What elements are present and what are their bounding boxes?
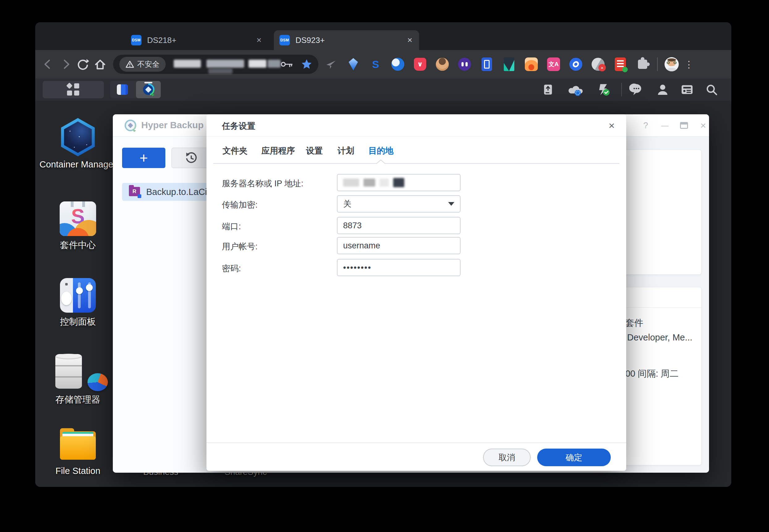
desktop-icon-file-station[interactable]: File Station xyxy=(39,426,116,476)
window-help-button[interactable]: ? xyxy=(639,119,653,132)
gem-extension-icon[interactable] xyxy=(346,57,360,71)
active-app-indicator xyxy=(144,82,152,83)
toolbar-divider xyxy=(657,57,658,71)
encryption-label: 传输加密: xyxy=(222,199,258,210)
port-label: 端口: xyxy=(222,221,241,232)
desktop-icon-package-center[interactable]: S 套件中心 xyxy=(39,200,116,251)
orange-extension-icon[interactable] xyxy=(524,57,539,71)
tab-label: DS218+ xyxy=(147,36,255,45)
window-maximize-button[interactable] xyxy=(677,119,691,132)
server-input-redacted[interactable] xyxy=(337,174,461,191)
backup-task-item-selected[interactable]: R Backup.to.LaCi xyxy=(122,183,206,201)
tab-close-icon[interactable]: × xyxy=(406,35,414,45)
pocket-extension-icon[interactable]: ∨ xyxy=(413,57,427,71)
restore-history-icon xyxy=(185,152,197,164)
not-secure-label: 不安全 xyxy=(137,59,159,69)
file-station-icon xyxy=(60,431,96,460)
external-device-icon[interactable] xyxy=(539,81,557,98)
server-label: 服务器名称或 IP 地址: xyxy=(222,178,303,189)
not-secure-badge[interactable]: 不安全 xyxy=(119,57,166,72)
main-menu-grid-icon xyxy=(65,82,81,97)
taskbar-control-panel-button[interactable] xyxy=(110,81,135,98)
tab-applications[interactable]: 应用程序 xyxy=(261,145,295,156)
package-center-icon: S xyxy=(60,201,96,236)
username-input[interactable] xyxy=(337,237,461,254)
browser-tab-ds923-active[interactable]: DSM DS923+ × xyxy=(274,30,419,50)
dialog-tabbar: 文件夹 应用程序 设置 计划 目的地 xyxy=(206,137,626,164)
taskbar-divider xyxy=(621,83,622,96)
bird-circle-extension-icon[interactable] xyxy=(391,57,405,71)
main-menu-button[interactable] xyxy=(43,81,104,98)
username-label: 用户帐号: xyxy=(222,241,258,252)
cloud-sync-icon[interactable] xyxy=(567,81,585,98)
notifications-chat-icon[interactable] xyxy=(628,81,645,98)
url-redacted xyxy=(166,55,281,74)
browser-tab-strip: DSM DS218+ × DSM DS923+ × + xyxy=(35,22,731,50)
password-label: 密码: xyxy=(222,263,241,274)
tab-folder[interactable]: 文件夹 xyxy=(222,145,247,156)
backup-task-name: Backup.to.LaCi xyxy=(146,187,206,197)
user-account-icon[interactable] xyxy=(654,81,672,98)
home-button[interactable] xyxy=(91,56,109,73)
port-input[interactable] xyxy=(337,217,461,234)
taskbar-hyper-backup-button-active[interactable] xyxy=(136,81,161,98)
password-key-icon[interactable] xyxy=(281,60,293,69)
desktop-icon-control-panel[interactable]: 控制面板 xyxy=(39,276,116,328)
browser-tab-ds218[interactable]: DSM DS218+ × xyxy=(125,30,268,50)
task-settings-dialog: 任务设置 × 文件夹 应用程序 设置 计划 目的地 服务器名称或 IP 地址: xyxy=(206,114,626,471)
dsm-taskbar xyxy=(35,78,731,101)
s-logo-extension-icon[interactable]: S xyxy=(368,57,382,71)
translate-extension-icon[interactable]: 文A xyxy=(547,57,561,71)
profile-avatar[interactable] xyxy=(665,57,679,71)
ring-circle-extension-icon[interactable] xyxy=(569,57,583,71)
cancel-button[interactable]: 取消 xyxy=(483,449,531,466)
back-button[interactable] xyxy=(40,56,57,73)
synology-drive-icon[interactable] xyxy=(594,81,612,98)
desktop-icon-label: 控制面板 xyxy=(39,316,116,328)
tab-settings[interactable]: 设置 xyxy=(306,145,323,156)
tab-close-icon[interactable]: × xyxy=(255,35,263,45)
password-input[interactable] xyxy=(337,259,461,276)
desktop-icon-label: File Station xyxy=(39,466,116,476)
ok-button[interactable]: 确定 xyxy=(537,449,611,466)
desktop-icon-label: 存储管理器 xyxy=(39,394,116,406)
chart-extension-icon[interactable] xyxy=(502,57,516,71)
desktop-icon-container-manager[interactable]: Container Manager xyxy=(39,118,116,170)
forward-button[interactable] xyxy=(57,56,74,73)
search-icon[interactable] xyxy=(703,81,720,98)
tab-schedule[interactable]: 计划 xyxy=(337,145,354,156)
encryption-select[interactable]: 关 xyxy=(337,195,461,213)
red-notes-extension-icon[interactable] xyxy=(613,57,628,71)
bookmark-star-icon[interactable] xyxy=(301,59,312,70)
window-minimize-button[interactable]: — xyxy=(658,119,672,132)
address-bar[interactable]: 不安全 xyxy=(113,55,318,74)
browser-window: DSM DS218+ × DSM DS923+ × + xyxy=(35,22,731,487)
desktop-icon-storage-manager[interactable]: 存储管理器 xyxy=(39,352,116,406)
extensions-puzzle-icon[interactable] xyxy=(636,57,650,71)
desktop-icon-label: Container Manager xyxy=(39,159,116,170)
add-task-button[interactable]: + xyxy=(122,148,165,168)
control-panel-icon xyxy=(60,278,96,313)
disabled-gray-extension-icon[interactable]: × xyxy=(591,57,605,71)
dialog-footer-divider xyxy=(206,442,626,443)
active-tab-notch-inner xyxy=(376,160,385,164)
dialog-header[interactable]: 任务设置 × xyxy=(206,114,626,137)
control-panel-mini-icon xyxy=(117,84,128,95)
extensions-row: S ∨ 文A × xyxy=(324,57,650,71)
hyper-backup-logo-icon xyxy=(124,119,137,133)
window-close-button[interactable]: × xyxy=(696,119,710,132)
tab-destination-active[interactable]: 目的地 xyxy=(368,145,394,156)
browser-toolbar: 不安全 S ∨ xyxy=(35,50,731,78)
dsm-desktop: Container Manager S 套件中心 控制面板 存储管理器 File… xyxy=(35,78,731,487)
reload-button[interactable] xyxy=(74,56,91,73)
dialog-close-icon[interactable]: × xyxy=(604,119,619,132)
paper-plane-extension-icon[interactable] xyxy=(324,57,338,71)
restore-button[interactable] xyxy=(171,148,210,168)
chevron-down-icon xyxy=(448,202,454,206)
widgets-icon[interactable] xyxy=(678,81,696,98)
avatar-face-extension-icon[interactable] xyxy=(435,57,450,71)
eyes-circle-extension-icon[interactable] xyxy=(458,57,472,71)
phone-lock-extension-icon[interactable] xyxy=(480,57,494,71)
desktop-icon-label: 套件中心 xyxy=(39,239,116,251)
browser-menu-icon[interactable]: ⋮ xyxy=(682,57,696,71)
